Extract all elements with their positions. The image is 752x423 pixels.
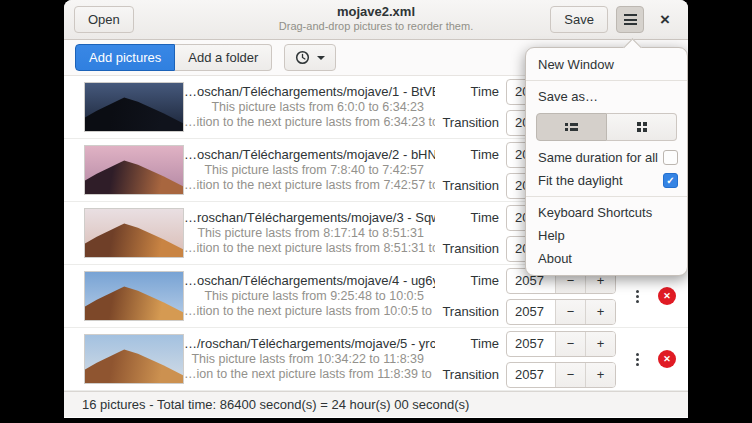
- menu-item-keyboard-shortcuts[interactable]: Keyboard Shortcuts: [526, 201, 687, 224]
- transition-label: Transition: [435, 241, 499, 256]
- headerbar: Open mojave2.xml Drag-and-drop pictures …: [64, 0, 688, 40]
- picture-filename: …oschan/Téléchargements/mojave/4 - ug6yg…: [184, 273, 424, 289]
- fit-daylight-label: Fit the daylight: [538, 173, 623, 188]
- row-controls: Time 2057 − + Transition 2057 − +: [435, 268, 616, 325]
- main-menu-popover: New Window Save as… Same duration for al…: [525, 47, 688, 276]
- time-label: Time: [435, 147, 499, 162]
- picture-transition-text: …ition to the next picture lasts from 7:…: [184, 178, 424, 194]
- time-label: Time: [435, 210, 499, 225]
- picture-transition-text: …ition to the next picture lasts from 10…: [184, 304, 424, 320]
- picture-row-5[interactable]: …/roschan/Téléchargements/mojave/5 - yrc…: [64, 328, 688, 391]
- add-buttons-group: Add pictures Add a folder: [75, 44, 272, 71]
- menu-separator: [526, 196, 687, 197]
- transition-label: Transition: [435, 115, 499, 130]
- picture-info: …oschan/Téléchargements/mojave/2 - bHNnH…: [184, 147, 435, 194]
- picture-info: …/roschan/Téléchargements/mojave/5 - yrc…: [184, 336, 435, 383]
- picture-info: …roschan/Téléchargements/mojave/3 - Sqwc…: [184, 210, 435, 257]
- transition-increment-button[interactable]: +: [585, 300, 615, 324]
- time-label: Time: [435, 336, 499, 351]
- add-folder-button[interactable]: Add a folder: [175, 44, 272, 71]
- picture-duration-text: This picture lasts from 9:25:48 to 10:0:…: [184, 289, 424, 305]
- menu-item-about[interactable]: About: [526, 247, 687, 270]
- app-window: Open mojave2.xml Drag-and-drop pictures …: [64, 0, 688, 418]
- menu-item-help[interactable]: Help: [526, 224, 687, 247]
- menu-item-save-as[interactable]: Save as…: [526, 85, 687, 108]
- time-label: Time: [435, 273, 499, 288]
- menu-separator: [526, 80, 687, 81]
- delete-picture-button[interactable]: ✕: [658, 287, 676, 305]
- time-options-button[interactable]: [284, 44, 336, 71]
- checkmark-icon: ✓: [666, 173, 674, 188]
- hamburger-icon: [624, 14, 637, 25]
- transition-decrement-button[interactable]: −: [555, 363, 585, 387]
- fit-daylight-checkbox[interactable]: ✓: [663, 173, 678, 188]
- transition-spinbox: 2057 − +: [506, 362, 616, 388]
- view-mode-toggle: [536, 113, 677, 141]
- picture-filename: …/roschan/Téléchargements/mojave/5 - yrc…: [184, 336, 424, 352]
- picture-thumbnail: [84, 208, 184, 258]
- menu-button[interactable]: [616, 6, 644, 33]
- delete-icon: ✕: [663, 291, 671, 301]
- picture-duration-text: This picture lasts from 6:0:0 to 6:34:23: [184, 100, 424, 116]
- row-menu-button[interactable]: [632, 349, 643, 370]
- grid-view-button[interactable]: [607, 113, 677, 141]
- delete-picture-button[interactable]: ✕: [658, 350, 676, 368]
- picture-info: …oschan/Téléchargements/mojave/4 - ug6yg…: [184, 273, 435, 320]
- transition-label: Transition: [435, 304, 499, 319]
- grid-view-icon: [637, 122, 647, 132]
- row-menu-button[interactable]: [632, 286, 643, 307]
- picture-info: …oschan/Téléchargements/mojave/1 - BtVEO…: [184, 84, 435, 131]
- screen-background: Open mojave2.xml Drag-and-drop pictures …: [0, 0, 752, 423]
- close-button[interactable]: ×: [652, 7, 678, 33]
- transition-label: Transition: [435, 367, 499, 382]
- picture-transition-text: …ition to the next picture lasts from 6:…: [184, 115, 424, 131]
- time-label: Time: [435, 84, 499, 99]
- transition-decrement-button[interactable]: −: [555, 300, 585, 324]
- list-view-button[interactable]: [536, 113, 607, 141]
- picture-filename: …roschan/Téléchargements/mojave/3 - Sqwc…: [184, 210, 424, 226]
- menu-item-fit-daylight[interactable]: Fit the daylight ✓: [526, 169, 687, 192]
- picture-transition-text: …ion to the next picture lasts from 11:8…: [184, 367, 424, 383]
- picture-filename: …oschan/Téléchargements/mojave/1 - BtVEO…: [184, 84, 424, 100]
- save-button[interactable]: Save: [550, 6, 608, 33]
- transition-value-input[interactable]: 2057: [507, 300, 555, 324]
- same-duration-checkbox[interactable]: [663, 150, 678, 165]
- picture-duration-text: This picture lasts from 7:8:40 to 7:42:5…: [184, 163, 424, 179]
- menu-item-new-window[interactable]: New Window: [526, 53, 687, 76]
- picture-filename: …oschan/Téléchargements/mojave/2 - bHNnH…: [184, 147, 424, 163]
- list-view-icon: [565, 123, 578, 131]
- time-decrement-button[interactable]: −: [555, 332, 585, 356]
- time-value-input[interactable]: 2057: [507, 332, 555, 356]
- picture-thumbnail: [84, 145, 184, 195]
- close-icon: ×: [660, 10, 670, 29]
- picture-thumbnail: [84, 271, 184, 321]
- transition-increment-button[interactable]: +: [585, 363, 615, 387]
- time-spinbox: 2057 − +: [506, 331, 616, 357]
- status-text: 16 pictures - Total time: 86400 second(s…: [82, 397, 469, 412]
- picture-thumbnail: [84, 82, 184, 132]
- open-button[interactable]: Open: [74, 6, 134, 33]
- header-actions: Save ×: [550, 6, 678, 33]
- row-controls: Time 2057 − + Transition 2057 − +: [435, 331, 616, 388]
- add-pictures-button[interactable]: Add pictures: [75, 44, 175, 71]
- picture-duration-text: This picture lasts from 8:17:14 to 8:51:…: [184, 226, 424, 242]
- transition-value-input[interactable]: 2057: [507, 363, 555, 387]
- delete-icon: ✕: [663, 354, 671, 364]
- chevron-down-icon: [317, 56, 325, 60]
- transition-label: Transition: [435, 178, 499, 193]
- clock-icon: [295, 50, 310, 65]
- time-increment-button[interactable]: +: [585, 332, 615, 356]
- picture-duration-text: This picture lasts from 10:34:22 to 11:8…: [184, 352, 424, 368]
- transition-spinbox: 2057 − +: [506, 299, 616, 325]
- picture-transition-text: …ition to the next picture lasts from 8:…: [184, 241, 424, 257]
- same-duration-label: Same duration for all: [538, 150, 658, 165]
- statusbar: 16 pictures - Total time: 86400 second(s…: [64, 391, 688, 417]
- picture-thumbnail: [84, 334, 184, 384]
- menu-item-same-duration[interactable]: Same duration for all: [526, 146, 687, 169]
